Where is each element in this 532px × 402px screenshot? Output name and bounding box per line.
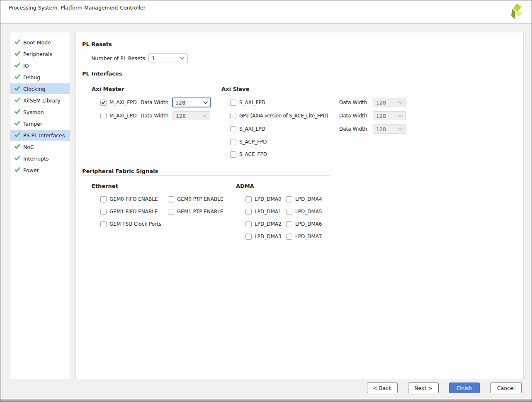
chevron-down-icon — [398, 128, 403, 131]
ethernet-gem0-fifo-enable: GEM0 FIFO ENABLE — [100, 194, 158, 204]
checkbox-label: GEM0 FIFO ENABLE — [109, 196, 158, 202]
interface-label: M_AXI_FPD — [109, 100, 137, 105]
lpd-dma4-checkbox[interactable] — [286, 196, 292, 202]
checkbox-label: GEM0 PTP ENABLE — [177, 196, 223, 202]
subsection-title-ethernet: Ethernet — [92, 183, 118, 189]
selected-value: 128 — [176, 113, 186, 119]
check-icon — [15, 74, 20, 80]
ethernet-gem1-ptp-enable: GEM1 PTP ENABLE — [168, 207, 223, 217]
s-axi-fpd-checkbox[interactable] — [230, 100, 236, 106]
interface-label: GP2 (AXI4 version of S_ACE_Lite_FPD) — [239, 113, 328, 119]
interface-label: M_AXI_LPD — [109, 113, 136, 119]
data-width-label: Data Width — [141, 113, 168, 119]
check-icon — [15, 156, 20, 162]
m-axi-fpd-checkbox[interactable] — [100, 100, 107, 106]
data-width-label-wrap: Data Width — [339, 111, 367, 121]
next-button[interactable]: Next > — [408, 383, 439, 393]
subsection-title-adma: ADMA — [236, 183, 254, 189]
check-icon — [15, 51, 20, 57]
gem0-fifo-enable-checkbox[interactable] — [100, 196, 107, 202]
interface-label: S_AXI_FPD — [239, 100, 265, 105]
sidebar-item-noc[interactable]: NoC — [10, 141, 70, 152]
button-label: N — [414, 385, 418, 391]
axi-slave-row-s-axi-fpd: S_AXI_FPD — [230, 97, 265, 107]
selected-value: 128 — [376, 126, 386, 132]
lpd-dma7-checkbox[interactable] — [286, 234, 292, 240]
sidebar-item-boot-mode[interactable]: Boot Mode — [10, 37, 70, 48]
sidebar-item-xilsem-library[interactable]: XilSEM Library — [10, 95, 70, 106]
s-axi-lpd-checkbox[interactable] — [230, 126, 236, 132]
s-ace-fpd-checkbox[interactable] — [230, 151, 236, 158]
sidebar-item-debug[interactable]: Debug — [10, 72, 70, 83]
subsection-rule — [236, 191, 324, 191]
checkbox-label: LPD_DMA4 — [295, 196, 322, 202]
m-axi-fpd-data-width-select[interactable]: 128 — [172, 97, 211, 107]
gem-tsu-clock-ports-checkbox[interactable] — [100, 221, 107, 227]
m-axi-lpd-checkbox[interactable] — [100, 113, 107, 119]
sidebar-item-ps-pl-interfaces[interactable]: PS PL Interfaces — [10, 130, 70, 141]
data-width-label-wrap: Data Width — [141, 111, 168, 121]
page-title: Processing System, Platform Management C… — [9, 5, 146, 11]
sidebar-item-label: Sysmon — [23, 109, 44, 115]
data-width-label: Data Width — [339, 126, 367, 132]
number-of-pl-resets-select[interactable]: 1 — [148, 54, 188, 63]
lpd-dma2-checkbox[interactable] — [245, 221, 252, 227]
subsection-title-axi-slave: Axi Slave — [221, 86, 249, 92]
sidebar-item-interrupts[interactable]: Interrupts — [10, 153, 70, 164]
wizard-window: Processing System, Platform Management C… — [0, 0, 532, 402]
subsection-rule — [92, 191, 207, 191]
axi-slave-row-gp2: GP2 (AXI4 version of S_ACE_Lite_FPD) — [230, 111, 328, 121]
checkbox-label: LPD_DMA7 — [295, 234, 322, 239]
data-width-label-wrap: Data Width — [339, 97, 367, 107]
sidebar-item-tamper[interactable]: Tamper — [10, 118, 70, 129]
chevron-down-icon — [398, 115, 403, 117]
gem1-ptp-enable-checkbox[interactable] — [168, 209, 174, 215]
lpd-dma1-checkbox[interactable] — [245, 209, 252, 215]
back-button[interactable]: < Back — [367, 383, 398, 393]
adma-lpd-dma3: LPD_DMA3 — [245, 231, 282, 241]
axi-slave-row-s-axi-lpd: S_AXI_LPD — [230, 124, 265, 134]
lpd-dma5-checkbox[interactable] — [286, 209, 292, 215]
selected-value: 128 — [376, 100, 386, 106]
lpd-dma0-checkbox[interactable] — [245, 196, 252, 202]
check-icon — [15, 144, 20, 150]
s-axi-fpd-data-width-select: 128 — [373, 98, 406, 107]
check-icon — [15, 63, 20, 69]
gem0-ptp-enable-checkbox[interactable] — [168, 196, 174, 202]
button-label: inish — [460, 385, 472, 391]
ethernet-gem-tsu-clock-ports: GEM TSU Clock Ports — [100, 219, 161, 229]
gp2-checkbox[interactable] — [230, 113, 236, 119]
sidebar-item-sysmon[interactable]: Sysmon — [10, 107, 70, 117]
selected-value: 1 — [152, 55, 155, 61]
check-icon — [15, 39, 20, 46]
sidebar-item-power[interactable]: Power — [10, 165, 70, 175]
section-rule — [82, 79, 418, 79]
vendor-logo-icon — [510, 3, 523, 21]
data-width-label: Data Width — [141, 100, 168, 105]
finish-button[interactable]: Finish — [449, 383, 480, 393]
sidebar-item-io[interactable]: IO — [10, 60, 70, 71]
ethernet-gem1-fifo-enable: GEM1 FIFO ENABLE — [100, 207, 158, 217]
button-label: ck — [386, 385, 391, 391]
check-icon — [15, 109, 20, 115]
adma-lpd-dma0: LPD_DMA0 — [245, 194, 282, 204]
button-label: F — [457, 385, 460, 391]
axi-master-row-m-axi-lpd: M_AXI_LPD — [100, 111, 136, 121]
gem1-fifo-enable-checkbox[interactable] — [100, 209, 107, 215]
ethernet-gem0-ptp-enable: GEM0 PTP ENABLE — [168, 194, 223, 204]
sidebar-item-peripherals[interactable]: Peripherals — [10, 49, 70, 59]
s-acp-fpd-checkbox[interactable] — [230, 139, 236, 145]
lpd-dma6-checkbox[interactable] — [286, 221, 292, 227]
adma-lpd-dma2: LPD_DMA2 — [245, 219, 282, 229]
lpd-dma3-checkbox[interactable] — [245, 234, 252, 240]
button-label: ext > — [418, 385, 432, 391]
sidebar-item-clocking[interactable]: Clocking — [10, 83, 70, 94]
wizard-steps-sidebar: Boot Mode Peripherals IO Debug Clocking … — [10, 32, 70, 379]
cancel-button[interactable]: Cancel — [490, 383, 522, 393]
interface-label: S_ACP_FPD — [239, 139, 267, 145]
header-bar: Processing System, Platform Management C… — [0, 0, 532, 24]
check-icon — [15, 121, 20, 127]
data-width-label: Data Width — [339, 113, 367, 119]
button-label: < B — [373, 385, 383, 391]
section-title-peripheral-fabric-signals: Peripheral Fabric Signals — [82, 168, 158, 174]
